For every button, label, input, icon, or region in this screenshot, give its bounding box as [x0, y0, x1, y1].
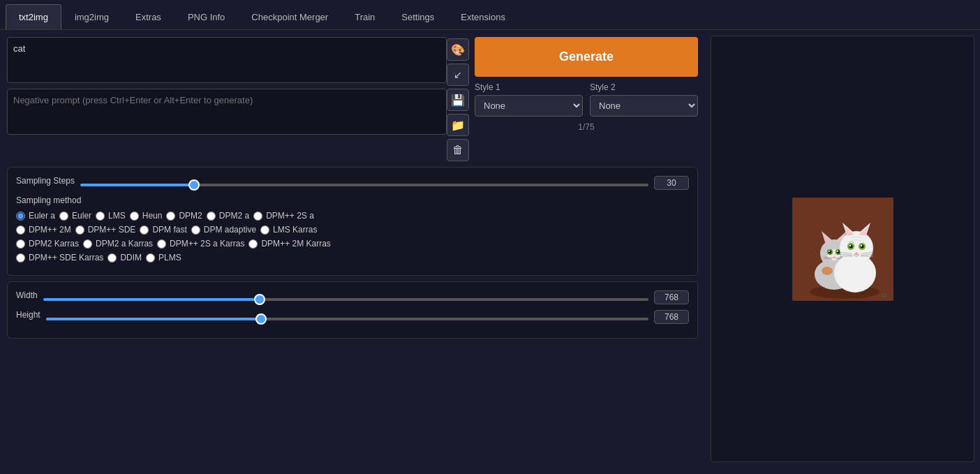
- right-panel: ✿: [705, 30, 980, 468]
- svg-point-22: [840, 231, 873, 265]
- width-value: 768: [654, 290, 689, 304]
- tab-extensions[interactable]: Extensions: [447, 4, 519, 29]
- palette-icon: 🎨: [451, 43, 465, 57]
- style1-group: Style 1 None: [475, 82, 583, 117]
- radio-dpm2akarras[interactable]: DPM2 a Karras: [83, 239, 153, 249]
- sampling-steps-value: 30: [654, 176, 689, 190]
- svg-point-20: [822, 267, 833, 275]
- sampling-method-row2: DPM++ 2M DPM++ SDE DPM fast DPM adaptive…: [16, 225, 689, 235]
- radio-dpmfast-label: DPM fast: [152, 225, 186, 235]
- trash-icon: 🗑: [452, 144, 463, 156]
- middle-icons: 🎨 ↙ 💾 📁 🗑: [447, 37, 469, 161]
- tab-checkpoint-merger[interactable]: Checkpoint Merger: [238, 4, 341, 29]
- radio-lmskarras-label: LMS Karras: [273, 225, 317, 235]
- radio-euler-a[interactable]: Euler a: [16, 211, 55, 221]
- sampling-steps-slider-container: [80, 178, 648, 188]
- radio-heun-label: Heun: [142, 211, 163, 221]
- radio-dpm2karras[interactable]: DPM2 Karras: [16, 239, 79, 249]
- tab-train[interactable]: Train: [341, 4, 388, 29]
- radio-plms-label: PLMS: [158, 253, 181, 262]
- height-label: Height: [16, 310, 40, 320]
- trash-icon-btn[interactable]: 🗑: [447, 139, 469, 161]
- width-label: Width: [16, 290, 38, 300]
- tab-img2img[interactable]: img2img: [61, 4, 122, 29]
- radio-dpm2[interactable]: DPM2: [166, 211, 202, 221]
- positive-prompt-input[interactable]: cat: [13, 43, 440, 75]
- left-panel: cat 🎨 ↙ 💾 📁: [0, 30, 705, 468]
- tab-txt2img[interactable]: txt2img: [6, 4, 61, 29]
- radio-dpmpp2sakarras-label: DPM++ 2S a Karras: [170, 239, 244, 249]
- sampling-steps-row: Sampling Steps 30: [16, 176, 689, 190]
- radio-dpmpp2mkarras[interactable]: DPM++ 2M Karras: [248, 239, 330, 249]
- width-slider-container: [43, 292, 648, 303]
- radio-dppmsde-label: DPM++ SDE: [88, 225, 136, 235]
- radio-dpmpp2sa[interactable]: DPM++ 2S a: [253, 211, 314, 221]
- radio-ddim-label: DDIM: [120, 253, 142, 262]
- radio-dpmppsdekekarras-label: DPM++ SDE Karras: [29, 253, 103, 262]
- height-slider[interactable]: [46, 318, 648, 320]
- style2-select[interactable]: None: [590, 95, 698, 117]
- radio-heun[interactable]: Heun: [130, 211, 163, 221]
- radio-euler-a-label: Euler a: [29, 211, 55, 221]
- svg-point-32: [860, 244, 861, 246]
- dimensions-panel: Width 768 Height 768: [7, 281, 698, 339]
- radio-euler[interactable]: Euler: [59, 211, 91, 221]
- counter-text: 1/75: [475, 122, 698, 132]
- radio-dpmppsdekekarras[interactable]: DPM++ SDE Karras: [16, 253, 103, 262]
- width-row: Width 768: [16, 290, 689, 304]
- radio-dpm2karras-label: DPM2 Karras: [29, 239, 79, 249]
- radio-lms-label: LMS: [108, 211, 126, 221]
- radio-dpmpp2m[interactable]: DPM++ 2M: [16, 225, 71, 235]
- radio-dppmsde[interactable]: DPM++ SDE: [75, 225, 136, 235]
- tab-extras[interactable]: Extras: [122, 4, 175, 29]
- style1-select[interactable]: None: [475, 95, 583, 117]
- height-slider-container: [46, 312, 648, 323]
- radio-dpm2-label: DPM2: [179, 211, 202, 221]
- expand-icon-btn[interactable]: ↙: [447, 64, 469, 86]
- radio-dpmadaptive[interactable]: DPM adaptive: [191, 225, 256, 235]
- radio-dpmfast[interactable]: DPM fast: [140, 225, 186, 235]
- negative-prompt-box: [7, 89, 447, 135]
- tab-png-info[interactable]: PNG Info: [175, 4, 238, 29]
- generate-section: Generate Style 1 None Style 2 None: [475, 37, 698, 132]
- svg-point-14: [837, 251, 838, 252]
- width-slider[interactable]: [43, 298, 648, 301]
- folder-icon-btn[interactable]: 📁: [447, 114, 469, 136]
- expand-icon: ↙: [454, 69, 462, 80]
- style2-group: Style 2 None: [590, 82, 698, 117]
- positive-prompt-box: cat: [7, 37, 447, 83]
- sampling-method-row4: DPM++ SDE Karras DDIM PLMS: [16, 253, 689, 262]
- radio-dpmpp2sa-label: DPM++ 2S a: [266, 211, 314, 221]
- image-display: ✿: [711, 36, 974, 462]
- tab-settings[interactable]: Settings: [388, 4, 447, 29]
- sampling-steps-slider[interactable]: [80, 184, 648, 186]
- generate-button[interactable]: Generate: [475, 37, 698, 77]
- radio-dpmpp2m-label: DPM++ 2M: [29, 225, 71, 235]
- radio-lmskarras[interactable]: LMS Karras: [260, 225, 317, 235]
- radio-dpm2a-label: DPM2 a: [219, 211, 249, 221]
- radio-plms[interactable]: PLMS: [146, 253, 181, 262]
- cat-image: ✿: [792, 198, 893, 301]
- height-value: 768: [654, 310, 689, 324]
- controls-panel: Sampling Steps 30 Sampling method Euler …: [7, 167, 698, 276]
- folder-icon: 📁: [451, 119, 465, 132]
- sampling-method-row3: DPM2 Karras DPM2 a Karras DPM++ 2S a Kar…: [16, 239, 689, 249]
- palette-icon-btn[interactable]: 🎨: [447, 38, 469, 61]
- svg-point-13: [829, 251, 830, 252]
- save-icon-btn[interactable]: 💾: [447, 89, 469, 111]
- negative-prompt-input[interactable]: [13, 95, 440, 126]
- radio-dpmadaptive-label: DPM adaptive: [204, 225, 256, 235]
- svg-point-31: [849, 244, 850, 246]
- radio-dpm2a[interactable]: DPM2 a: [207, 211, 249, 221]
- save-icon: 💾: [451, 94, 465, 107]
- sampling-steps-label: Sampling Steps: [16, 176, 75, 186]
- radio-dpmpp2sakarras[interactable]: DPM++ 2S a Karras: [157, 239, 244, 249]
- height-row: Height 768: [16, 310, 689, 324]
- header-row: cat 🎨 ↙ 💾 📁: [7, 37, 698, 161]
- style-row: Style 1 None Style 2 None: [475, 82, 698, 117]
- radio-lms[interactable]: LMS: [96, 211, 126, 221]
- radio-ddim[interactable]: DDIM: [107, 253, 142, 262]
- radio-dpm2akarras-label: DPM2 a Karras: [96, 239, 153, 249]
- prompt-inputs: cat: [7, 37, 447, 135]
- radio-dpmpp2mkarras-label: DPM++ 2M Karras: [261, 239, 330, 249]
